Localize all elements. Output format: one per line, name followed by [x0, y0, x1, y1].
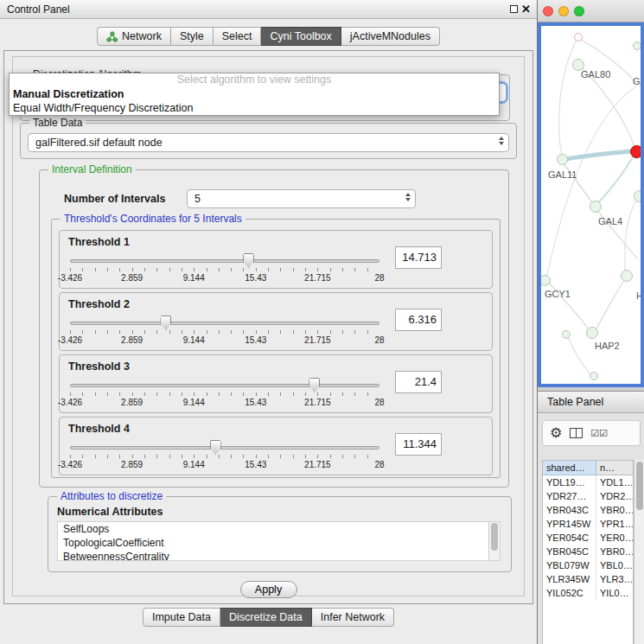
slider-track[interactable] — [70, 384, 379, 387]
cell[interactable]: YDL1… — [596, 475, 633, 489]
slider-track[interactable] — [70, 446, 379, 450]
minimize-traffic-icon[interactable] — [558, 6, 569, 16]
table-row[interactable]: YPR145WYPR1… — [543, 517, 633, 531]
network-canvas[interactable]: GAL80 GA GAL11 GAL4 GCY1 H HAP2 — [538, 22, 644, 387]
table-row[interactable]: YLR345WYLR3… — [543, 572, 633, 586]
tab-label: Style — [180, 30, 204, 42]
threshold-2-value[interactable]: 6.316 — [395, 309, 442, 331]
scale-label: 2.859 — [121, 460, 143, 469]
control-panel-titlebar: Control Panel ✕ — [0, 0, 537, 19]
network-node[interactable] — [621, 270, 633, 282]
threshold-4-value[interactable]: 11.344 — [395, 433, 442, 456]
threshold-label: Threshold 3 — [68, 360, 130, 373]
network-node[interactable] — [562, 330, 571, 339]
dropdown-option-manual-discretization[interactable]: Manual Discretization — [10, 87, 499, 101]
network-node-gcy1[interactable] — [539, 275, 551, 286]
slider-thumb[interactable] — [160, 316, 171, 330]
cell[interactable]: YER054C — [543, 531, 596, 545]
table-panel-title: Table Panel — [538, 391, 644, 413]
tab-network[interactable]: Network — [97, 27, 171, 46]
cell[interactable]: YDL19… — [543, 475, 596, 489]
tab-select[interactable]: Select — [214, 27, 262, 46]
table-row[interactable]: YER054CYER0… — [543, 531, 633, 545]
cell[interactable]: YLR345W — [543, 572, 596, 586]
list-scrollbar[interactable] — [488, 522, 500, 560]
network-node[interactable] — [633, 41, 641, 50]
scrollbar-thumb[interactable] — [491, 523, 498, 551]
threshold-3-value[interactable]: 21.4 — [395, 371, 442, 393]
scale-label: -3.426 — [58, 460, 82, 469]
cell[interactable]: YBR045C — [543, 545, 596, 558]
table-scrollbar[interactable] — [634, 460, 644, 644]
tab-label: Infer Network — [321, 611, 385, 623]
network-node-gal4[interactable] — [590, 201, 602, 213]
column-header-shared-name[interactable]: shared… — [543, 461, 596, 475]
scrollbar-thumb[interactable] — [636, 462, 643, 510]
table-header-row: shared… n… — [543, 461, 633, 475]
cell[interactable]: YIL0… — [596, 586, 633, 600]
float-window-icon[interactable] — [510, 5, 518, 13]
close-icon[interactable]: ✕ — [521, 3, 531, 16]
cell[interactable]: YBR0… — [596, 503, 633, 517]
tab-jactivemnodules[interactable]: jActiveMNodules — [341, 27, 440, 46]
table-row[interactable]: YBR043CYBR0… — [543, 503, 633, 517]
tab-style[interactable]: Style — [171, 27, 214, 46]
slider-ticks — [70, 392, 379, 396]
table-panel: Table Panel ⚙ ☑☑ shared… n… YDL19…YDL1… … — [538, 391, 644, 644]
checkbox-filter-icons[interactable]: ☑☑ — [590, 428, 608, 439]
number-of-intervals-combo[interactable]: 5 — [187, 189, 416, 208]
table-data-combo[interactable]: galFiltered.sif default node — [28, 133, 509, 152]
cell[interactable]: YBL0… — [596, 558, 633, 572]
table-row[interactable]: YDR27…YDR2… — [543, 489, 633, 503]
tab-discretize-data[interactable]: Discretize Data — [220, 608, 312, 627]
slider-track[interactable] — [70, 322, 379, 325]
network-node[interactable] — [590, 372, 598, 380]
close-traffic-icon[interactable] — [543, 6, 553, 16]
cell[interactable]: YER0… — [596, 531, 633, 545]
column-selector-icon[interactable] — [570, 428, 583, 438]
cell[interactable]: YBR043C — [543, 503, 596, 517]
list-item[interactable]: BetweennessCentrality — [58, 550, 500, 561]
network-node-gal11[interactable] — [557, 154, 568, 165]
scale-label: 15.43 — [245, 398, 266, 407]
top-tab-bar: Network Style Select Cyni Toolbox jActiv… — [0, 27, 537, 46]
slider-thumb[interactable] — [210, 440, 221, 455]
zoom-traffic-icon[interactable] — [574, 6, 584, 16]
tab-cyni-toolbox[interactable]: Cyni Toolbox — [261, 27, 341, 46]
cell[interactable]: YDR27… — [543, 489, 596, 503]
slider-thumb[interactable] — [309, 378, 320, 392]
tab-impute-data[interactable]: Impute Data — [143, 608, 220, 627]
cell[interactable]: YBR0… — [596, 545, 633, 558]
network-node-red[interactable] — [630, 145, 643, 158]
cell[interactable]: YBL079W — [543, 558, 596, 572]
dropdown-option-equal-width-frequency[interactable]: Equal Width/Frequency Discretization — [10, 101, 499, 115]
table-row[interactable]: YIL052CYIL0… — [543, 586, 633, 600]
cell[interactable]: YDR2… — [596, 489, 633, 503]
slider-track[interactable] — [70, 259, 379, 263]
table-row[interactable]: YBR045CYBR0… — [543, 545, 633, 558]
group-title: Interval Definition — [48, 163, 136, 175]
table-row[interactable]: YDL19…YDL1… — [543, 475, 633, 489]
scale-label: 21.715 — [304, 335, 331, 345]
node-label-gcy1: GCY1 — [545, 289, 571, 299]
apply-button[interactable]: Apply — [240, 581, 297, 598]
list-item[interactable]: SelfLoops — [58, 522, 500, 536]
threshold-1-value[interactable]: 14.713 — [395, 246, 442, 269]
cell[interactable]: YPR145W — [543, 517, 596, 531]
slider-thumb[interactable] — [243, 253, 254, 268]
cell[interactable]: YIL052C — [543, 586, 596, 600]
column-header-name[interactable]: n… — [596, 461, 633, 475]
network-node[interactable] — [634, 190, 644, 202]
cell[interactable]: YLR3… — [596, 572, 633, 586]
tab-label: Select — [222, 30, 252, 42]
scale-label: 28 — [374, 273, 384, 283]
tab-infer-network[interactable]: Infer Network — [312, 608, 394, 627]
list-item[interactable]: TopologicalCoefficient — [58, 536, 500, 550]
network-node-hap2[interactable] — [586, 327, 598, 339]
network-node[interactable] — [574, 33, 583, 41]
node-label-gal80: GAL80 — [581, 69, 610, 80]
gear-icon[interactable]: ⚙ — [550, 426, 562, 440]
table-panel-toolbar: ⚙ ☑☑ — [542, 420, 641, 446]
table-row[interactable]: YBL079WYBL0… — [543, 558, 633, 572]
cell[interactable]: YPR1… — [596, 517, 633, 531]
